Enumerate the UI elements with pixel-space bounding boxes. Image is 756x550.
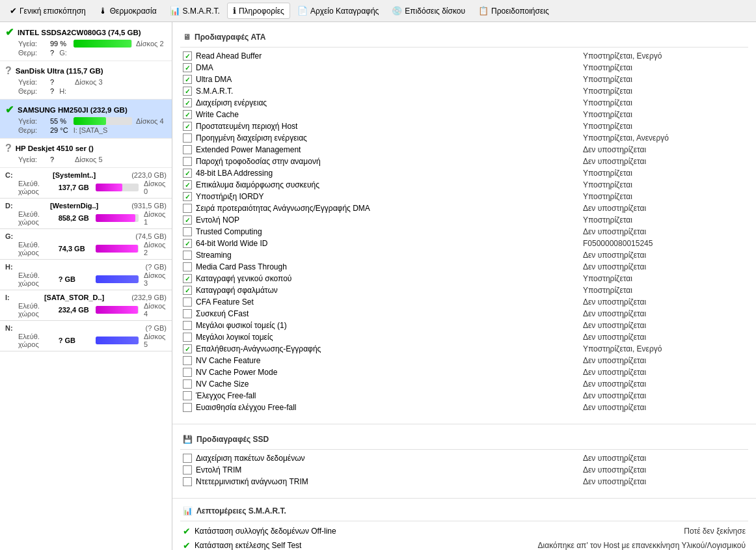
device-item-sandisk[interactable]: ? SanDisk Ultra (115,7 GB) Υγεία: ? Δίσκ… (0, 61, 172, 100)
nav-tab-perf[interactable]: 💿Επιδόσεις δίσκου (386, 3, 471, 19)
feature-checkbox[interactable] (183, 477, 192, 486)
device-item-hp[interactable]: ? HP Deskjet 4510 ser () Υγεία: ? Δίσκος… (0, 139, 172, 168)
device-health-row: Υγεία: ? Δίσκος 3 (5, 77, 167, 86)
feature-name-cell: Trusted Computing (183, 227, 583, 236)
ata-feature-row: Παροχή τροφοδοσίας στην αναμονή Δεν υποσ… (180, 156, 748, 167)
ata-feature-row: Καταγραφή γενικού σκοπού Υποστηρίζεται (180, 273, 748, 284)
health-value: 99 % (50, 40, 71, 48)
feature-checkbox[interactable] (183, 133, 192, 143)
feature-name-cell: DMA (183, 63, 583, 72)
feature-status-text: Υποστηρίζεται (583, 98, 746, 107)
feature-checkbox[interactable] (183, 227, 192, 236)
ata-feature-row: 64-bit World Wide ID F050000080015245 (180, 238, 748, 249)
ata-feature-row: NV Cache Feature Δεν υποστηρίζεται (180, 355, 748, 366)
health-label: Υγεία: (18, 156, 47, 163)
drive-section-H[interactable]: H: (? GB) Ελεύθ. χώρος ? GB Δίσκος 3 (0, 260, 172, 290)
feature-checkbox[interactable] (183, 145, 192, 154)
device-header: ✔ INTEL SSDSA2CW080G3 (74,5 GB) (5, 26, 167, 38)
drive-disk-label: Δίσκος 5 (144, 333, 167, 348)
drive-section-C[interactable]: C: [SystemInt..] (223,0 GB) Ελεύθ. χώρος… (0, 168, 172, 199)
drive-disk-label: Δίσκος 0 (144, 180, 167, 195)
feature-status-text: Δεν υποστηρίζεται (583, 227, 746, 236)
nav-tab-temp[interactable]: 🌡Θερμοκρασία (93, 3, 163, 19)
feature-checkbox[interactable] (183, 286, 192, 295)
drive-size: (74,5 GB) (135, 232, 167, 240)
drive-section-G[interactable]: G: (74,5 GB) Ελεύθ. χώρος 74,3 GB Δίσκος… (0, 229, 172, 260)
feature-checkbox[interactable] (183, 297, 192, 307)
feature-checkbox[interactable] (183, 379, 192, 389)
feature-checkbox[interactable] (183, 180, 192, 189)
feature-checkbox[interactable] (183, 98, 192, 107)
feature-checkbox[interactable] (183, 87, 192, 96)
device-item-samsung[interactable]: ✔ SAMSUNG HM250JI (232,9 GB) Υγεία: 55 %… (0, 100, 172, 139)
feature-checkbox[interactable] (183, 368, 192, 377)
nav-tab-overview[interactable]: ✔Γενική επισκόπηση (4, 3, 92, 19)
feature-checkbox[interactable] (183, 110, 192, 119)
feature-checkbox[interactable] (183, 274, 192, 283)
nav-tab-log[interactable]: 📄Αρχείο Καταγραφής (291, 3, 385, 19)
smart-row-value: Διακόπηκε απ' τον Host με επανεκκίνηση Υ… (538, 541, 746, 550)
feature-checkbox[interactable] (183, 333, 192, 342)
health-label: Υγεία: (18, 117, 47, 125)
feature-name-cell: Μεγάλοι λογικοί τομείς (183, 333, 583, 342)
drive-section-I[interactable]: I: [SATA_STOR_D..] (232,9 GB) Ελεύθ. χώρ… (0, 290, 172, 321)
feature-checkbox[interactable] (183, 169, 192, 178)
feature-name-cell: Έλεγχος Free-fall (183, 391, 583, 400)
feature-name-text: Streaming (196, 251, 232, 260)
perf-icon: 💿 (392, 6, 402, 16)
device-item-intel[interactable]: ✔ INTEL SSDSA2CW080G3 (74,5 GB) Υγεία: 9… (0, 22, 172, 61)
ata-feature-row: CFA Feature Set Δεν υποστηρίζεται (180, 296, 748, 308)
feature-status-text: Υποστηρίζεται (583, 110, 746, 119)
drive-name: [SATA_STOR_D..] (44, 294, 104, 301)
feature-checkbox[interactable] (183, 321, 192, 330)
feature-status-text: Δεν υποστηρίζεται (583, 157, 746, 166)
feature-checkbox[interactable] (183, 454, 192, 463)
feature-checkbox[interactable] (183, 157, 192, 166)
feature-name-cell: Εντολή NOP (183, 215, 583, 225)
feature-name-text: 48-bit LBA Addressing (196, 169, 273, 178)
feature-name-cell: NV Cache Feature (183, 356, 583, 365)
feature-checkbox[interactable] (183, 391, 192, 400)
feature-checkbox[interactable] (183, 356, 192, 365)
feature-name-text: Ultra DMA (196, 75, 232, 84)
log-icon: 📄 (297, 6, 308, 16)
feature-checkbox[interactable] (183, 75, 192, 84)
feature-name-cell: Write Cache (183, 110, 583, 119)
nav-tab-smart[interactable]: 📊S.M.A.R.T. (164, 3, 226, 19)
feature-checkbox[interactable] (183, 63, 192, 72)
feature-checkbox[interactable] (183, 344, 192, 353)
drive-free-label: Ελεύθ. χώρος (18, 302, 56, 318)
overview-icon: ✔ (10, 6, 17, 16)
feature-checkbox[interactable] (183, 309, 192, 318)
nav-tab-warn[interactable]: 📋Προειδοποιήσεις (472, 3, 555, 19)
drive-section-N[interactable]: N: (? GB) Ελεύθ. χώρος ? GB Δίσκος 5 (0, 321, 172, 351)
feature-checkbox[interactable] (183, 465, 192, 474)
ata-feature-row: Έλεγχος Free-fall Δεν υποστηρίζεται (180, 390, 748, 402)
feature-name-text: Εντολή NOP (196, 215, 239, 225)
feature-checkbox[interactable] (183, 239, 192, 248)
ata-feature-row: S.M.A.R.T. Υποστηρίζεται (180, 85, 748, 97)
device-header: ? HP Deskjet 4510 ser () (5, 143, 167, 154)
ata-feature-row: Read Ahead Buffer Υποστηρίζεται, Ενεργό (180, 50, 748, 62)
feature-name-cell: Εντολή TRIM (183, 465, 583, 474)
ata-feature-row: Διαχείριση ενέργειας Υποστηρίζεται (180, 97, 748, 109)
feature-checkbox[interactable] (183, 51, 192, 61)
feature-checkbox[interactable] (183, 215, 192, 225)
temp-disk-label: I: [SATA_S (74, 126, 108, 134)
feature-status-text: Δεν υποστηρίζεται (583, 356, 746, 365)
drive-free-label: Ελεύθ. χώρος (18, 210, 56, 226)
nav-tab-info[interactable]: ℹΠληροφορίες (227, 3, 290, 19)
feature-checkbox[interactable] (183, 262, 192, 271)
ssd-section-header: 💾Προδιαγραφές SSD (180, 430, 748, 450)
drive-free-value: 232,4 GB (59, 306, 94, 314)
device-status-icon: ✔ (5, 26, 14, 38)
feature-status-text: F050000080015245 (583, 239, 746, 248)
feature-checkbox[interactable] (183, 192, 192, 201)
feature-checkbox[interactable] (183, 251, 192, 260)
drive-section-D[interactable]: D: [WesternDig..] (931,5 GB) Ελεύθ. χώρο… (0, 199, 172, 229)
feature-checkbox[interactable] (183, 403, 192, 412)
feature-name-cell: Extended Power Management (183, 145, 583, 154)
feature-checkbox[interactable] (183, 122, 192, 131)
feature-name-cell: 48-bit LBA Addressing (183, 169, 583, 178)
feature-checkbox[interactable] (183, 204, 192, 213)
